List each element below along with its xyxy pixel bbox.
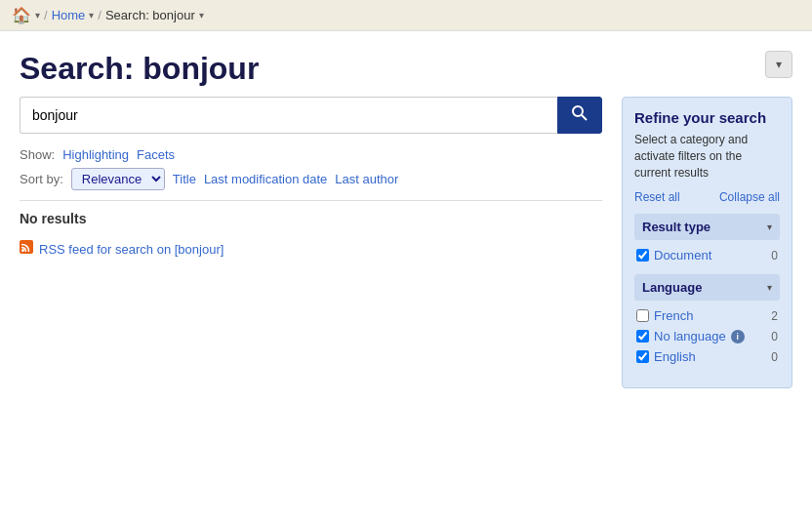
filter-item-left: Document — [636, 248, 711, 262]
french-checkbox[interactable] — [636, 309, 649, 322]
language-chevron: ▾ — [767, 282, 772, 293]
language-title: Language — [642, 280, 702, 295]
document-checkbox[interactable] — [636, 249, 649, 262]
no-language-info-icon[interactable]: i — [731, 330, 745, 343]
filter-item-english: English 0 — [634, 347, 780, 366]
home-icon: 🏠 — [12, 6, 31, 24]
page-title: Search: bonjour — [20, 51, 259, 87]
english-label[interactable]: English — [654, 349, 696, 364]
sort-title-link[interactable]: Title — [173, 172, 196, 186]
collapse-all-link[interactable]: Collapse all — [719, 190, 780, 204]
left-content: Show: Highlighting Facets Sort by: Relev… — [20, 97, 602, 388]
no-language-checkbox[interactable] — [636, 330, 649, 343]
refine-description: Select a category and activate filters o… — [634, 132, 780, 181]
result-type-header[interactable]: Result type ▾ — [634, 214, 780, 240]
search-box — [20, 97, 602, 134]
page-dropdown-button[interactable]: ▾ — [765, 51, 792, 78]
rss-icon — [20, 240, 33, 258]
breadcrumb-home-link[interactable]: Home — [52, 8, 86, 22]
sort-last-author-link[interactable]: Last author — [335, 172, 398, 186]
rss-row: RSS feed for search on [bonjour] — [20, 240, 602, 258]
result-type-chevron: ▾ — [767, 222, 772, 232]
sort-row: Sort by: Relevance Title Last modificati… — [20, 168, 602, 190]
filter-item-no-language: No language i 0 — [634, 327, 780, 345]
svg-point-3 — [21, 249, 24, 252]
breadcrumb-sep: / — [44, 8, 48, 22]
result-type-title: Result type — [642, 220, 710, 234]
breadcrumb-home-chevron2[interactable]: ▾ — [89, 10, 94, 20]
search-icon — [572, 105, 588, 121]
show-row: Show: Highlighting Facets — [20, 147, 602, 162]
divider — [20, 200, 602, 201]
show-label: Show: — [20, 147, 55, 162]
show-facets-link[interactable]: Facets — [137, 147, 175, 162]
breadcrumb-current: Search: bonjour — [105, 8, 195, 22]
french-label[interactable]: French — [654, 308, 693, 323]
breadcrumb: 🏠 ▾ / Home ▾ / Search: bonjour ▾ — [0, 0, 812, 31]
english-count: 0 — [771, 350, 778, 364]
filter-item-french: French 2 — [634, 306, 780, 325]
no-results-label: No results — [20, 211, 602, 226]
sort-relevance-select[interactable]: Relevance — [71, 168, 165, 190]
sort-label: Sort by: — [20, 172, 63, 186]
show-highlighting-link[interactable]: Highlighting — [62, 147, 129, 162]
document-count: 0 — [771, 249, 778, 262]
english-checkbox[interactable] — [636, 350, 649, 363]
filter-item-left-english: English — [636, 349, 696, 364]
refine-box: Refine your search Select a category and… — [622, 97, 792, 388]
refine-actions: Reset all Collapse all — [634, 190, 780, 204]
refine-title: Refine your search — [634, 109, 780, 126]
sort-last-modification-link[interactable]: Last modification date — [204, 172, 327, 186]
no-language-label[interactable]: No language — [654, 329, 726, 343]
language-section: Language ▾ French 2 No language — [634, 274, 780, 366]
reset-all-link[interactable]: Reset all — [634, 190, 680, 204]
main-layout: Show: Highlighting Facets Sort by: Relev… — [0, 97, 812, 388]
right-sidebar: Refine your search Select a category and… — [622, 97, 792, 388]
document-label[interactable]: Document — [654, 248, 711, 262]
search-input[interactable] — [20, 97, 557, 134]
breadcrumb-current-chevron[interactable]: ▾ — [199, 10, 204, 20]
search-button[interactable] — [557, 97, 602, 134]
breadcrumb-home-chevron[interactable]: ▾ — [35, 10, 40, 20]
page-header: Search: bonjour ▾ — [0, 31, 812, 97]
filter-item-left-french: French — [636, 308, 693, 323]
language-header[interactable]: Language ▾ — [634, 274, 780, 301]
svg-line-1 — [582, 115, 587, 120]
svg-point-0 — [573, 106, 583, 116]
filter-item-left-no-language: No language i — [636, 329, 745, 343]
result-type-section: Result type ▾ Document 0 — [634, 214, 780, 264]
french-count: 2 — [771, 309, 778, 323]
filter-item: Document 0 — [634, 246, 780, 264]
rss-link[interactable]: RSS feed for search on [bonjour] — [39, 242, 223, 257]
no-language-count: 0 — [771, 330, 778, 343]
breadcrumb-sep2: / — [98, 8, 102, 22]
